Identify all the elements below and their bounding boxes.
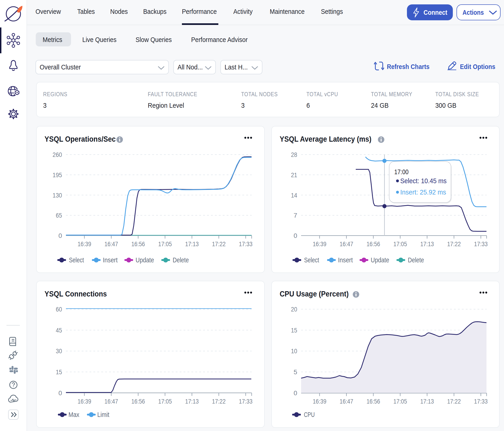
svg-text:16:47: 16:47	[104, 240, 118, 248]
svg-text:0: 0	[294, 389, 297, 397]
svg-text:0: 0	[58, 389, 62, 397]
svg-text:17:22: 17:22	[212, 398, 226, 405]
svg-text:Select: 10.45 ms: Select: 10.45 ms	[400, 177, 447, 184]
svg-text:17:05: 17:05	[393, 398, 407, 405]
svg-text:65: 65	[56, 212, 62, 219]
svg-text:15: 15	[56, 368, 62, 376]
svg-text:16:47: 16:47	[104, 398, 118, 405]
svg-text:Select: Select	[69, 256, 84, 264]
svg-text:17:13: 17:13	[420, 240, 434, 248]
svg-text:17:00: 17:00	[394, 168, 409, 175]
svg-text:17:13: 17:13	[420, 398, 434, 405]
svg-text:7: 7	[294, 212, 297, 219]
svg-text:Insert: Insert	[103, 256, 117, 264]
svg-text:Select: Select	[304, 256, 319, 264]
svg-text:CPU: CPU	[304, 411, 315, 418]
svg-text:16:56: 16:56	[131, 240, 145, 248]
svg-text:17:33: 17:33	[239, 240, 252, 248]
svg-text:Update: Update	[135, 256, 154, 264]
svg-text:10: 10	[291, 348, 297, 355]
svg-text:17:05: 17:05	[158, 240, 172, 248]
svg-text:16:47: 16:47	[340, 398, 353, 405]
svg-text:17:33: 17:33	[474, 240, 488, 248]
svg-text:0: 0	[294, 232, 297, 239]
svg-text:17:13: 17:13	[185, 398, 199, 405]
svg-text:Max: Max	[69, 411, 79, 418]
svg-text:16:56: 16:56	[367, 398, 380, 405]
svg-text:Limit: Limit	[97, 411, 109, 418]
svg-text:0: 0	[58, 232, 62, 239]
svg-text:21: 21	[291, 171, 297, 179]
svg-text:45: 45	[56, 327, 62, 334]
svg-text:17:05: 17:05	[393, 240, 407, 248]
svg-text:Delete: Delete	[408, 256, 424, 264]
svg-text:195: 195	[53, 171, 62, 179]
svg-text:17:33: 17:33	[474, 398, 488, 405]
svg-text:17:33: 17:33	[239, 398, 252, 405]
svg-text:15: 15	[291, 327, 297, 334]
svg-text:16:56: 16:56	[131, 398, 145, 405]
svg-text:17:22: 17:22	[212, 240, 226, 248]
svg-text:16:39: 16:39	[78, 398, 91, 405]
svg-text:130: 130	[53, 192, 62, 199]
svg-text:5: 5	[294, 368, 297, 376]
svg-text:14: 14	[291, 192, 297, 199]
svg-text:16:47: 16:47	[340, 240, 353, 248]
svg-text:16:39: 16:39	[313, 398, 326, 405]
svg-text:17:22: 17:22	[447, 240, 461, 248]
svg-text:17:22: 17:22	[447, 398, 461, 405]
svg-text:30: 30	[56, 348, 62, 355]
svg-text:Update: Update	[371, 256, 389, 264]
svg-text:Delete: Delete	[173, 256, 189, 264]
svg-text:Insert: 25.92 ms: Insert: 25.92 ms	[400, 188, 446, 196]
svg-text:17:05: 17:05	[158, 398, 172, 405]
svg-text:17:13: 17:13	[185, 240, 199, 248]
svg-text:Insert: Insert	[338, 256, 353, 264]
svg-text:16:39: 16:39	[78, 240, 91, 248]
svg-text:16:39: 16:39	[313, 240, 326, 248]
svg-text:16:56: 16:56	[367, 240, 380, 248]
